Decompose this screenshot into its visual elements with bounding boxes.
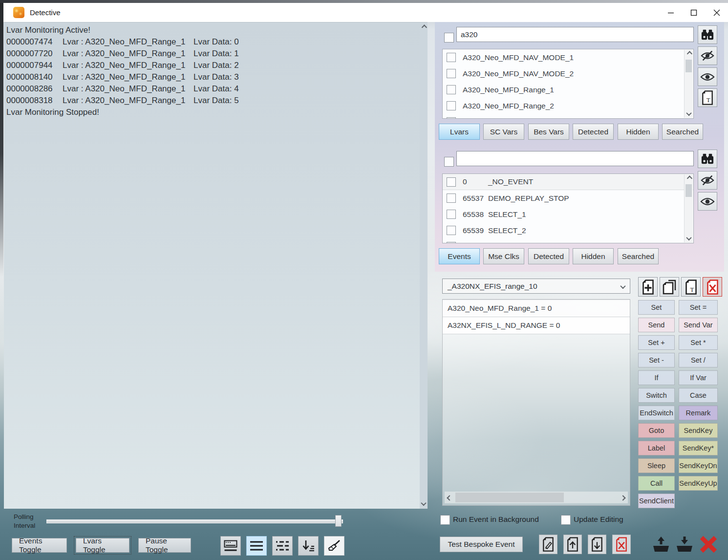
action-sendkeydn[interactable]: SendKeyDn [679,458,718,473]
lvar-list-item[interactable]: A320_Neo_MFD_Range_1 [443,82,693,98]
lvars-list-scrollbar[interactable] [684,50,693,118]
lvar-list-item-partial[interactable] [443,114,693,119]
action-if-var[interactable]: If Var [679,370,718,385]
bespoke-event-dropdown[interactable]: _A320NX_EFIS_range_10 [442,279,630,294]
lines-view-button[interactable] [246,536,267,556]
filter-searched[interactable]: Searched [662,124,703,140]
action-set-eq[interactable]: Set = [679,300,718,315]
item-checkbox[interactable] [447,177,456,187]
run-event-background-checkbox[interactable] [440,515,450,525]
lvars-text-export-button[interactable]: T [698,88,717,107]
action-send-var[interactable]: Send Var [679,318,718,332]
exit-button[interactable] [698,535,719,554]
scroll-down-icon[interactable] [420,500,428,508]
filter-detected-events[interactable]: Detected [528,248,569,264]
events-search-checkbox[interactable] [444,157,454,167]
lvar-list-item[interactable]: A320_Neo_MFD_NAV_MODE_2 [443,65,693,82]
log-output-panel[interactable]: Lvar Monitoring Active! 0000007474Lvar :… [4,22,428,509]
scroll-right-icon[interactable] [621,493,625,502]
action-set-plus[interactable]: Set + [638,335,675,350]
load-profile-button[interactable] [651,535,671,554]
event-list-item[interactable]: 0 _NO_EVENT [443,174,693,190]
bespoke-text-button[interactable]: T [681,277,701,297]
polling-interval-slider-track[interactable] [46,519,343,523]
action-set-minus[interactable]: Set - [638,353,675,367]
event-list-item[interactable]: 65537 DEMO_REPLAY_STOP [443,190,693,206]
filter-detected[interactable]: Detected [573,124,614,140]
action-remark[interactable]: Remark [679,406,718,420]
action-goto[interactable]: Goto [638,423,675,438]
events-search-button[interactable] [698,150,717,168]
pause-toggle-button[interactable]: Pause Toggle [138,538,191,553]
item-checkbox[interactable] [447,194,456,203]
lvars-show-button[interactable] [698,67,717,86]
save-profile-button[interactable] [675,535,694,554]
scroll-down-icon[interactable] [685,237,693,240]
event-list-item[interactable]: 65539 SELECT_2 [443,222,693,238]
edit-script-button[interactable] [539,535,557,554]
events-listbox[interactable]: 0 _NO_EVENT 65537 DEMO_REPLAY_STOP 65538… [442,173,694,243]
action-endswitch[interactable]: EndSwitch [638,406,675,420]
polling-interval-slider-handle[interactable] [335,515,342,527]
item-checkbox[interactable] [447,53,456,62]
lvars-search-button[interactable] [698,25,717,44]
events-show-button[interactable] [698,192,717,211]
action-sendclient[interactable]: SendClient [638,494,675,508]
maximize-button[interactable] [682,3,705,22]
autoscroll-button[interactable] [298,536,319,556]
close-button[interactable] [705,3,728,22]
filter-searched-events[interactable]: Searched [618,248,659,264]
bespoke-add-button[interactable] [638,277,658,297]
item-checkbox[interactable] [447,242,456,243]
bespoke-script-list[interactable]: A320_Neo_MFD_Range_1 = 0 A32NX_EFIS_L_ND… [442,299,630,506]
list-view-button[interactable] [272,536,293,556]
scroll-up-icon[interactable] [685,176,693,180]
action-call[interactable]: Call [638,476,675,491]
bespoke-copy-button[interactable] [660,277,679,297]
scroll-thumb[interactable] [685,60,692,72]
action-label[interactable]: Label [638,441,675,455]
script-horizontal-scrollbar[interactable] [445,492,628,503]
delete-script-button[interactable] [612,535,631,554]
item-checkbox[interactable] [447,226,456,235]
action-sendkeyup[interactable]: SendKeyUp [679,476,718,491]
events-hide-button[interactable] [698,171,717,190]
action-case[interactable]: Case [679,388,718,403]
filter-hidden-events[interactable]: Hidden [573,248,614,264]
scroll-left-icon[interactable] [448,493,451,502]
script-line[interactable]: A320_Neo_MFD_Range_1 = 0 [443,300,630,317]
events-search-input[interactable] [456,151,694,166]
filter-bes-vars[interactable]: Bes Vars [528,124,569,140]
events-toggle-button[interactable]: Events Toggle [12,538,67,553]
filter-lvars[interactable]: Lvars [439,124,480,140]
scroll-down-icon[interactable] [685,112,693,116]
action-sendkey-star[interactable]: SendKey* [679,441,718,455]
scroll-thumb[interactable] [685,184,692,197]
item-checkbox[interactable] [447,117,456,119]
event-list-item[interactable]: 65538 SELECT_1 [443,206,693,222]
action-set[interactable]: Set [638,300,675,315]
lvars-search-input[interactable] [456,27,694,42]
lvars-toggle-button[interactable]: Lvars Toggle [76,538,129,553]
bespoke-delete-button[interactable] [703,277,722,297]
lvars-listbox[interactable]: A320_Neo_MFD_NAV_MODE_1 A320_Neo_MFD_NAV… [442,49,694,119]
event-list-item-partial[interactable] [443,238,693,243]
filter-events[interactable]: Events [439,248,480,264]
action-switch[interactable]: Switch [638,388,675,403]
action-set-div[interactable]: Set / [679,353,718,367]
lvar-list-item[interactable]: A320_Neo_MFD_NAV_MODE_1 [443,49,693,65]
lvars-search-checkbox[interactable] [444,33,454,43]
filter-hidden[interactable]: Hidden [618,124,659,140]
log-scrollbar[interactable] [420,22,428,509]
import-script-button[interactable] [563,535,582,554]
minimize-button[interactable] [659,3,682,22]
scroll-up-icon[interactable] [685,52,693,56]
action-sendkey[interactable]: SendKey [679,423,718,438]
export-script-button[interactable] [588,535,606,554]
item-checkbox[interactable] [447,101,456,110]
update-editing-checkbox[interactable] [561,515,571,525]
filter-mse-clks[interactable]: Mse Clks [483,248,524,264]
action-set-mul[interactable]: Set * [679,335,718,350]
events-list-scrollbar[interactable] [684,174,693,242]
item-checkbox[interactable] [447,210,456,219]
